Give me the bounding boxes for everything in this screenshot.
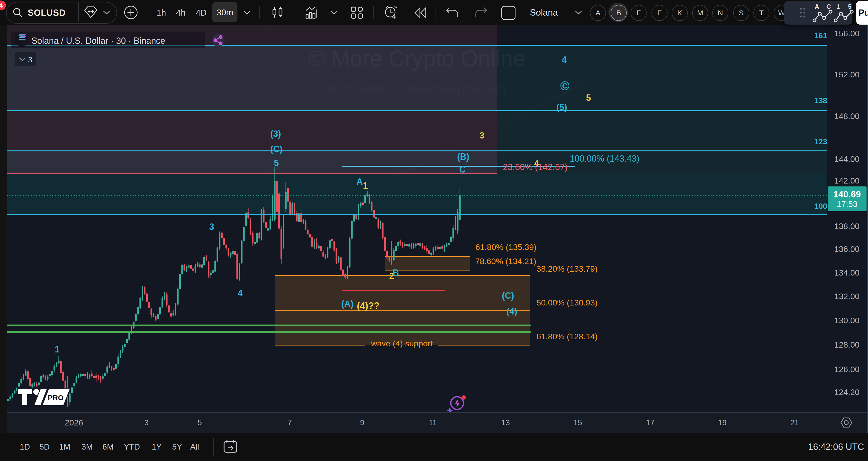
svg-text:61.80% (128.14): 61.80% (128.14) [536, 332, 597, 341]
svg-text:100.00% (143.43): 100.00% (143.43) [570, 153, 639, 164]
svg-text:138.00: 138.00 [834, 222, 860, 231]
svg-text:38.20% (133.79): 38.20% (133.79) [536, 264, 597, 273]
svg-text:(3): (3) [270, 129, 281, 139]
svg-text:21: 21 [790, 418, 799, 427]
svg-text:(B): (B) [457, 152, 469, 162]
svg-text:©: © [560, 79, 569, 93]
svg-text:17:53: 17:53 [837, 199, 857, 209]
svg-text:3: 3 [28, 55, 32, 64]
svg-text:61.80% (135.39): 61.80% (135.39) [475, 242, 536, 252]
svg-text:19: 19 [718, 418, 727, 427]
svg-text:B: B [393, 268, 399, 278]
svg-text:(4): (4) [506, 307, 517, 316]
svg-text:1: 1 [55, 344, 60, 354]
svg-text:78.60% (134.21): 78.60% (134.21) [475, 257, 536, 266]
svg-text:3: 3 [209, 222, 214, 232]
svg-text:17: 17 [646, 418, 655, 427]
svg-text:(5): (5) [556, 102, 567, 112]
svg-text:3: 3 [144, 418, 149, 427]
svg-text:(C): (C) [270, 144, 282, 154]
svg-text:124.20: 124.20 [834, 387, 860, 397]
svg-text:C: C [827, 3, 831, 10]
svg-text:128.00: 128.00 [834, 340, 860, 349]
svg-text:A: A [815, 3, 819, 10]
svg-text:140.69: 140.69 [833, 190, 861, 199]
svg-text:4: 4 [238, 288, 243, 298]
svg-text:A: A [356, 177, 363, 187]
svg-text:PRO: PRO [48, 394, 63, 402]
svg-text:© More Crypto Online: © More Crypto Online [309, 46, 525, 71]
svg-text:5: 5 [848, 3, 851, 10]
svg-text:9: 9 [360, 418, 365, 427]
svg-text:152.00: 152.00 [834, 70, 860, 79]
svg-text:13: 13 [501, 418, 510, 427]
svg-text:C: C [459, 165, 466, 174]
svg-text:148.00: 148.00 [834, 112, 860, 121]
svg-text:142.00: 142.00 [834, 176, 860, 185]
svg-text:MCO Global | www.mcoglobal: MCO Global | www.mcoglobal.com [329, 83, 505, 94]
svg-text:136.00: 136.00 [834, 244, 860, 254]
svg-text:7: 7 [287, 418, 292, 427]
svg-text:126.00: 126.00 [834, 365, 860, 374]
svg-text:(C): (C) [502, 291, 514, 300]
svg-text:1: 1 [836, 3, 840, 10]
svg-text:5: 5 [586, 93, 591, 103]
svg-text:50.00% (130.93): 50.00% (130.93) [536, 298, 597, 307]
svg-text:wave (4) support: wave (4) support [371, 339, 433, 348]
svg-text:5: 5 [274, 158, 279, 168]
svg-text:5: 5 [197, 418, 202, 427]
svg-text:144.00: 144.00 [834, 154, 860, 164]
svg-text:132.00: 132.00 [834, 292, 860, 301]
svg-text:1: 1 [363, 181, 368, 191]
svg-text:(A): (A) [341, 299, 353, 309]
svg-text:156.00: 156.00 [834, 29, 860, 38]
svg-text:130.00: 130.00 [834, 316, 860, 325]
svg-text:15: 15 [574, 418, 582, 427]
svg-text:3: 3 [479, 131, 484, 140]
svg-text:(4)??: (4)?? [357, 300, 379, 311]
svg-text:23.60% (142.67): 23.60% (142.67) [503, 162, 567, 172]
svg-text:4: 4 [562, 55, 566, 65]
svg-text:Solana / U.S. Dollar · 30 · Bi: Solana / U.S. Dollar · 30 · Binance [31, 36, 165, 46]
svg-text:134.00: 134.00 [834, 268, 860, 277]
svg-text:11: 11 [429, 418, 437, 427]
svg-text:2026: 2026 [65, 418, 83, 427]
